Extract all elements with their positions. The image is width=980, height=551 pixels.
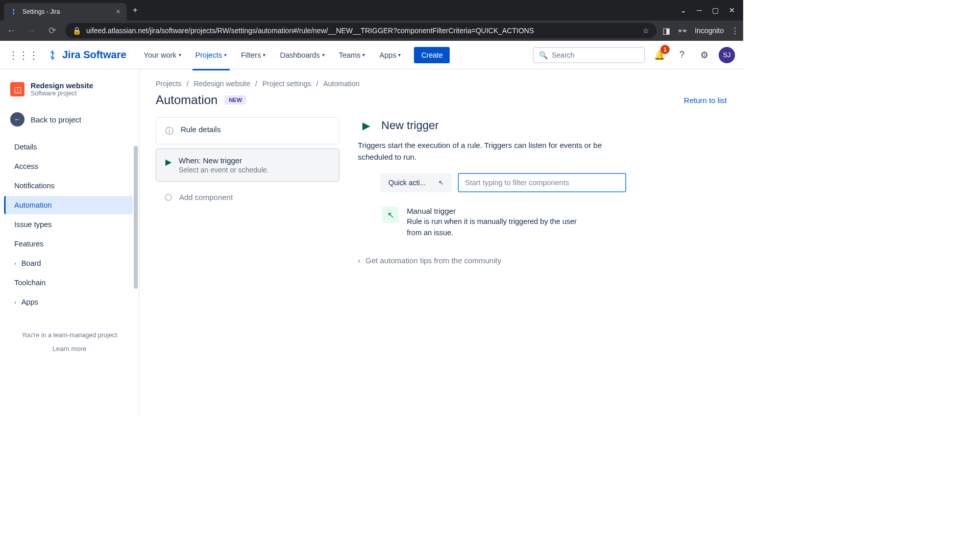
chevron-right-icon: › (358, 256, 360, 265)
new-badge: NEW (225, 95, 246, 105)
return-to-list-link[interactable]: Return to list (684, 96, 727, 105)
automation-tips-link[interactable]: › Get automation tips from the community (358, 256, 727, 265)
sidebar-item-details[interactable]: Details (6, 138, 133, 156)
jira-logo[interactable]: Jira Software (47, 49, 127, 61)
rule-column: ⓘ Rule details ▶ When: New trigger Selec… (156, 117, 339, 265)
help-button[interactable]: ? (674, 47, 690, 63)
lock-icon: 🔒 (72, 27, 81, 35)
star-icon[interactable]: ☆ (643, 27, 649, 35)
quick-actions-dropdown[interactable]: Quick acti... ↖ (380, 173, 452, 192)
sidebar-item-notifications[interactable]: Notifications (6, 177, 133, 195)
notification-badge: 1 (660, 45, 670, 54)
nav-your-work[interactable]: Your work▾ (139, 47, 186, 63)
nav-projects[interactable]: Projects▾ (190, 47, 232, 63)
scrollbar[interactable] (134, 146, 138, 289)
sidebar-item-features[interactable]: Features (6, 235, 133, 253)
play-icon: ▶ (358, 117, 374, 134)
nav-teams[interactable]: Teams▾ (334, 47, 371, 63)
chevron-down-icon: ▾ (362, 52, 365, 58)
project-header[interactable]: ◫ Redesign website Software project (4, 78, 135, 101)
jira-header: ⋮⋮⋮ Jira Software Your work▾ Projects▾ F… (0, 41, 743, 69)
detail-title: New trigger (381, 119, 438, 132)
new-tab-button[interactable]: + (133, 6, 137, 15)
jira-icon (10, 8, 18, 16)
sidebar-item-access[interactable]: Access (6, 157, 133, 176)
sidebar-item-issue-types[interactable]: Issue types (6, 215, 133, 234)
chevron-down-icon: ▾ (322, 52, 325, 58)
nav-dashboards[interactable]: Dashboards▾ (275, 47, 329, 63)
sidebar-item-automation[interactable]: Automation (4, 196, 133, 214)
learn-more-link[interactable]: Learn more (8, 345, 131, 353)
avatar[interactable]: SJ (719, 47, 735, 63)
chevron-down-icon: ▾ (398, 52, 401, 58)
browser-tab[interactable]: Settings - Jira × (4, 3, 127, 20)
search-icon: 🔍 (539, 51, 548, 59)
rule-details-card[interactable]: ⓘ Rule details (156, 117, 339, 144)
address-bar[interactable]: 🔒 uifeed.atlassian.net/jira/software/pro… (65, 23, 656, 38)
chevron-right-icon: › (14, 260, 16, 266)
project-type: Software project (31, 90, 93, 97)
sidebar-item-board[interactable]: ›Board (6, 254, 133, 272)
breadcrumb-automation[interactable]: Automation (323, 80, 359, 88)
search-placeholder: Search (552, 51, 574, 59)
trigger-description: Rule is run when it is manually triggere… (407, 216, 582, 239)
circle-icon (165, 194, 172, 201)
breadcrumb-projects[interactable]: Projects (156, 80, 182, 88)
sidebar-item-toolchain[interactable]: Toolchain (6, 273, 133, 292)
trigger-name: Manual trigger (407, 207, 582, 215)
add-component-button[interactable]: Add component (156, 186, 339, 209)
help-icon: ? (679, 49, 684, 60)
page-title: Automation (156, 93, 217, 107)
extensions-icon[interactable]: ◨ (663, 26, 670, 36)
info-icon: ⓘ (165, 126, 174, 137)
cursor-icon: ↖ (438, 179, 444, 186)
create-button[interactable]: Create (414, 47, 450, 63)
close-tab-icon[interactable]: × (116, 7, 120, 16)
breadcrumb-project[interactable]: Redesign website (193, 80, 250, 88)
gear-icon: ⚙ (700, 49, 708, 61)
url-text: uifeed.atlassian.net/jira/software/proje… (86, 27, 638, 35)
minimize-icon[interactable]: ─ (697, 6, 702, 14)
chevron-down-icon: ▾ (179, 52, 181, 58)
play-icon: ▶ (165, 157, 172, 167)
tab-title: Settings - Jira (22, 8, 60, 15)
sidebar-item-apps[interactable]: ›Apps (6, 293, 133, 311)
product-name: Jira Software (62, 49, 127, 61)
forward-icon[interactable]: → (24, 26, 39, 36)
breadcrumb-settings[interactable]: Project settings (262, 80, 311, 88)
incognito-icon: 👓 (677, 26, 688, 36)
browser-toolbar: ← → ⟳ 🔒 uifeed.atlassian.net/jira/softwa… (0, 20, 743, 41)
manual-trigger-icon: ↖ (382, 207, 399, 223)
jira-logo-icon (47, 49, 59, 61)
settings-button[interactable]: ⚙ (696, 47, 713, 63)
filter-components-input[interactable] (458, 173, 626, 192)
reload-icon[interactable]: ⟳ (45, 25, 59, 36)
window-controls: ⌄ ─ ▢ ✕ (680, 6, 743, 14)
search-input[interactable]: 🔍 Search (533, 47, 645, 63)
trigger-detail-panel: ▶ New trigger Triggers start the executi… (352, 117, 727, 265)
menu-icon[interactable]: ⋮ (731, 26, 739, 36)
back-arrow-icon: ← (10, 112, 24, 127)
chevron-right-icon: › (14, 299, 16, 305)
browser-tab-bar: Settings - Jira × + ⌄ ─ ▢ ✕ (0, 0, 743, 20)
sidebar-footer: You're in a team-managed project Learn m… (4, 332, 135, 353)
manual-trigger-option[interactable]: ↖ Manual trigger Rule is run when it is … (380, 205, 584, 241)
notifications-button[interactable]: 🔔 1 (651, 47, 668, 63)
tab-dropdown-icon[interactable]: ⌄ (680, 6, 687, 14)
main-content: Projects/ Redesign website/ Project sett… (139, 69, 743, 416)
incognito-label: Incognito (695, 27, 724, 35)
sidebar: ◫ Redesign website Software project ← Ba… (0, 69, 139, 416)
maximize-icon[interactable]: ▢ (712, 6, 719, 14)
app-switcher-icon[interactable]: ⋮⋮⋮ (8, 49, 39, 61)
breadcrumb: Projects/ Redesign website/ Project sett… (156, 80, 727, 88)
back-icon[interactable]: ← (4, 26, 18, 36)
project-icon: ◫ (10, 82, 24, 96)
when-trigger-card[interactable]: ▶ When: New trigger Select an event or s… (156, 148, 339, 182)
chevron-down-icon: ▾ (263, 52, 265, 58)
close-window-icon[interactable]: ✕ (729, 6, 735, 14)
nav-apps[interactable]: Apps▾ (374, 47, 406, 63)
project-name: Redesign website (31, 82, 93, 90)
nav-filters[interactable]: Filters▾ (236, 47, 271, 63)
back-to-project-link[interactable]: ← Back to project (4, 107, 135, 132)
detail-description: Triggers start the execution of a rule. … (358, 140, 623, 163)
